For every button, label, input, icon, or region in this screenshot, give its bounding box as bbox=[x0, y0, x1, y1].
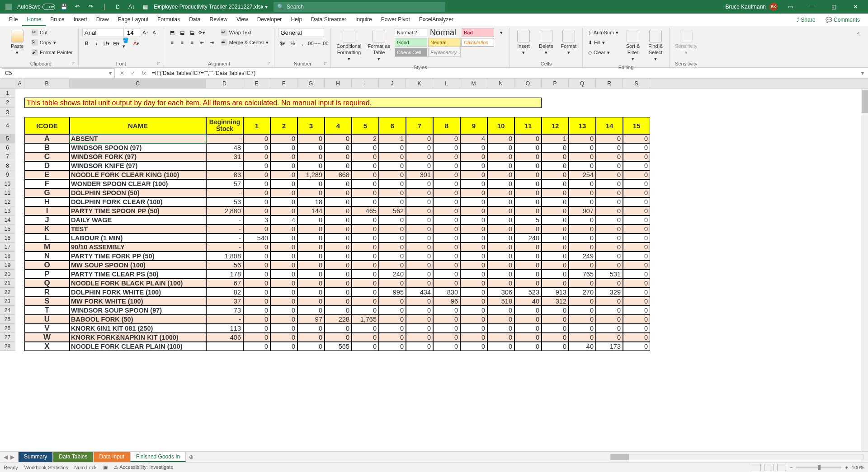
cell-name[interactable]: ABSENT bbox=[70, 134, 206, 143]
cell-begstock[interactable]: 48 bbox=[206, 143, 243, 152]
row-header-20[interactable]: 20 bbox=[0, 270, 15, 279]
cell-value[interactable]: 301 bbox=[406, 170, 433, 179]
cell-value[interactable]: 0 bbox=[596, 315, 623, 324]
cell-value[interactable]: 531 bbox=[596, 270, 623, 279]
hscroll-thumb[interactable] bbox=[611, 454, 629, 460]
header-day-15[interactable]: 15 bbox=[623, 117, 650, 134]
cell-value[interactable]: 0 bbox=[460, 324, 487, 333]
cell-value[interactable]: 0 bbox=[352, 333, 379, 342]
cell-value[interactable]: 0 bbox=[270, 279, 297, 288]
file-name[interactable]: Employee Productivity Tracker 20211227.x… bbox=[154, 4, 268, 10]
autosave-toggle[interactable]: AutoSave Off bbox=[17, 4, 55, 10]
cell-value[interactable]: 0 bbox=[379, 261, 406, 270]
cell-value[interactable]: 0 bbox=[297, 143, 325, 152]
cell-value[interactable]: 0 bbox=[433, 152, 460, 161]
cell-value[interactable]: 0 bbox=[379, 197, 406, 206]
row-header-24[interactable]: 24 bbox=[0, 306, 15, 315]
cell-value[interactable]: 0 bbox=[325, 234, 352, 243]
cell-begstock[interactable]: - bbox=[206, 224, 243, 234]
cell-begstock[interactable]: 1,808 bbox=[206, 252, 243, 261]
cell-value[interactable]: 0 bbox=[297, 279, 325, 288]
align-right-icon[interactable]: ≡ bbox=[188, 38, 197, 47]
cell-value[interactable]: 0 bbox=[297, 179, 325, 188]
cell-value[interactable]: 0 bbox=[487, 188, 514, 197]
cell-value[interactable]: 0 bbox=[460, 270, 487, 279]
cell-value[interactable]: 907 bbox=[569, 206, 596, 215]
align-top-icon[interactable]: ⬒ bbox=[168, 28, 177, 37]
cell-value[interactable]: 0 bbox=[460, 206, 487, 215]
format-painter-button[interactable]: 🖌Format Painter bbox=[30, 48, 75, 57]
vscroll-thumb[interactable] bbox=[862, 90, 868, 113]
cell-value[interactable]: 0 bbox=[623, 143, 650, 152]
cell-value[interactable]: 0 bbox=[487, 134, 514, 143]
cell-value[interactable]: 0 bbox=[406, 188, 433, 197]
row-header-28[interactable]: 28 bbox=[0, 342, 15, 351]
cell-value[interactable]: 0 bbox=[433, 134, 460, 143]
cell-value[interactable]: 0 bbox=[487, 197, 514, 206]
collapse-ribbon-icon[interactable]: ⌃ bbox=[854, 30, 863, 39]
cell-icode[interactable]: K bbox=[24, 224, 70, 234]
cell-icode[interactable]: R bbox=[24, 288, 70, 297]
cell-value[interactable]: 465 bbox=[352, 206, 379, 215]
cell-style-bad[interactable]: Bad bbox=[462, 28, 494, 37]
border-button[interactable]: ⊞▾ bbox=[112, 39, 121, 48]
user-avatar[interactable]: BK bbox=[769, 3, 778, 11]
cell-begstock[interactable]: - bbox=[206, 134, 243, 143]
cell-icode[interactable]: X bbox=[24, 342, 70, 351]
cell-value[interactable]: 0 bbox=[460, 261, 487, 270]
cell-value[interactable]: 0 bbox=[406, 143, 433, 152]
cell-value[interactable]: 0 bbox=[460, 243, 487, 252]
cell-style-normal2[interactable]: Normal 2 bbox=[395, 28, 427, 37]
cell-value[interactable]: 765 bbox=[569, 270, 596, 279]
cell-value[interactable]: 434 bbox=[406, 288, 433, 297]
cell-value[interactable]: 0 bbox=[460, 170, 487, 179]
cell-value[interactable]: 0 bbox=[542, 243, 569, 252]
cell-value[interactable]: 0 bbox=[433, 306, 460, 315]
cell-value[interactable]: 0 bbox=[514, 306, 542, 315]
cell-name[interactable]: MW FORK WHITE (100) bbox=[70, 297, 206, 306]
cell-value[interactable]: 0 bbox=[623, 224, 650, 234]
cell-value[interactable]: 0 bbox=[460, 306, 487, 315]
row-header-14[interactable]: 14 bbox=[0, 215, 15, 224]
cell-value[interactable]: 0 bbox=[596, 333, 623, 342]
row-header-19[interactable]: 19 bbox=[0, 261, 15, 270]
cell-value[interactable]: 0 bbox=[243, 197, 270, 206]
col-header-K[interactable]: K bbox=[406, 79, 433, 88]
status-accessibility[interactable]: ⚠ Accessibility: Investigate bbox=[114, 464, 174, 470]
cell-value[interactable]: 0 bbox=[325, 215, 352, 224]
cell-value[interactable]: 0 bbox=[514, 206, 542, 215]
col-header-S[interactable]: S bbox=[623, 79, 650, 88]
sheet-tab-datatables[interactable]: Data Tables bbox=[53, 452, 93, 462]
cell-value[interactable]: 0 bbox=[297, 342, 325, 351]
cell-name[interactable]: NOODLE FORK BLACK PLAIN (100) bbox=[70, 279, 206, 288]
cell-value[interactable]: 0 bbox=[596, 161, 623, 170]
col-header-J[interactable]: J bbox=[379, 79, 406, 88]
cell-value[interactable]: 0 bbox=[542, 170, 569, 179]
cell-name[interactable]: 90/10 ASSEMBLY bbox=[70, 243, 206, 252]
col-header-L[interactable]: L bbox=[433, 79, 460, 88]
tab-bruce[interactable]: Bruce bbox=[46, 14, 69, 26]
cell-value[interactable]: 0 bbox=[514, 270, 542, 279]
cell-value[interactable]: 0 bbox=[433, 270, 460, 279]
sheet-tab-datainput[interactable]: Data Input bbox=[94, 452, 130, 462]
cell-begstock[interactable]: 406 bbox=[206, 333, 243, 342]
cell-value[interactable]: 0 bbox=[352, 197, 379, 206]
cell-value[interactable]: 0 bbox=[270, 315, 297, 324]
format-cells-button[interactable]: Format▾ bbox=[559, 28, 579, 57]
cell-value[interactable]: 0 bbox=[270, 197, 297, 206]
row-header-23[interactable]: 23 bbox=[0, 297, 15, 306]
new-file-icon[interactable]: 🗋 bbox=[113, 2, 123, 12]
cell-value[interactable]: 270 bbox=[569, 288, 596, 297]
share-button[interactable]: ⤴ Share bbox=[793, 15, 819, 25]
cell-value[interactable]: 0 bbox=[325, 179, 352, 188]
cell-value[interactable]: 0 bbox=[379, 243, 406, 252]
cell-value[interactable]: 0 bbox=[297, 252, 325, 261]
cell-value[interactable]: 0 bbox=[487, 243, 514, 252]
cell-begstock[interactable]: 2,880 bbox=[206, 206, 243, 215]
cell-value[interactable]: 0 bbox=[623, 342, 650, 351]
header-name[interactable]: NAME bbox=[70, 117, 206, 134]
cell-name[interactable]: DOLPHIN FORK CLEAR (100) bbox=[70, 197, 206, 206]
cell-value[interactable]: 0 bbox=[297, 161, 325, 170]
cell-begstock[interactable]: - bbox=[206, 243, 243, 252]
cell-value[interactable]: 0 bbox=[406, 297, 433, 306]
